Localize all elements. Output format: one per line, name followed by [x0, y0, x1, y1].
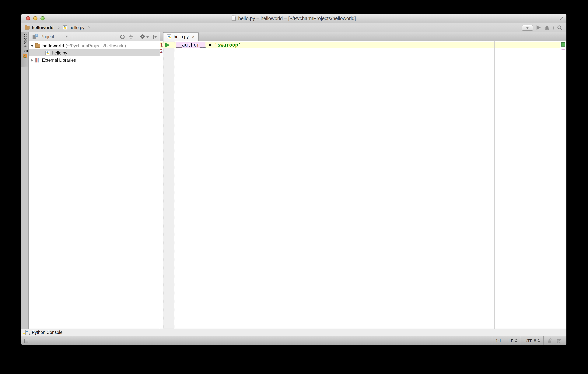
- screen: hello.py – helloworld – [~/PycharmProjec…: [0, 0, 588, 374]
- window-title: hello.py – helloworld – [~/PycharmProjec…: [232, 15, 356, 21]
- caret-position-widget[interactable]: 1:1: [492, 336, 505, 345]
- chevron-right-icon: [56, 26, 59, 29]
- tree-row-project-root[interactable]: helloworld(~/PycharmProjects/helloworld): [29, 42, 160, 49]
- gutter-separator: [163, 41, 163, 329]
- project-toolwindow-icon: [23, 54, 27, 58]
- editor-body[interactable]: 1 2 __author__ = 'swaroop': [160, 41, 567, 329]
- toolbar-separator: [553, 25, 554, 30]
- tree-root-label: helloworld(~/PycharmProjects/helloworld): [42, 43, 126, 48]
- libraries-icon: [35, 58, 40, 63]
- inspection-stripe: [560, 41, 567, 329]
- title-bar[interactable]: hello.py – helloworld – [~/PycharmProjec…: [21, 14, 567, 23]
- code-line-1[interactable]: __author__ = 'swaroop': [176, 42, 241, 48]
- main-area: 1: Project Project: [21, 32, 567, 329]
- hide-panel-button[interactable]: [152, 34, 158, 39]
- folder-icon: [25, 26, 30, 30]
- project-view-icon: [32, 34, 38, 39]
- status-icons: [543, 336, 567, 345]
- line-separator-widget[interactable]: LF: [505, 336, 521, 345]
- python-console-icon: [25, 330, 30, 335]
- debug-button[interactable]: [544, 25, 550, 31]
- run-configuration-select[interactable]: [522, 25, 533, 31]
- breadcrumb-file[interactable]: hello.py: [69, 25, 84, 30]
- chevron-down-icon: [526, 27, 529, 29]
- toolwindow-access-button[interactable]: [24, 339, 28, 343]
- breadcrumb: helloworld hello.py: [25, 25, 91, 30]
- collapse-all-button[interactable]: [128, 34, 134, 39]
- search-everywhere-icon[interactable]: [557, 25, 563, 31]
- locate-file-button[interactable]: [120, 34, 125, 40]
- python-file-icon: [167, 34, 171, 39]
- expander-open-icon[interactable]: [30, 44, 34, 47]
- editor-area: hello.py ✕ 1 2 __author__ = 'swaroop': [160, 32, 567, 329]
- project-view-label: Project: [41, 34, 54, 39]
- editor-tab-label: hello.py: [174, 34, 189, 39]
- tree-row-hello-py[interactable]: hello.py: [29, 49, 160, 56]
- chevron-right-icon: [87, 26, 90, 29]
- lock-open-icon[interactable]: [547, 338, 552, 343]
- line-number: 1: [160, 42, 163, 48]
- editor-tab-hello-py[interactable]: hello.py ✕: [163, 32, 199, 41]
- editor-tab-bar: hello.py ✕: [160, 32, 567, 41]
- hector-inspector-icon[interactable]: [556, 338, 562, 343]
- run-button[interactable]: [536, 25, 541, 30]
- traffic-lights: [26, 16, 45, 21]
- navbar-toolbar: [522, 23, 563, 32]
- updown-arrows-icon: [538, 339, 540, 342]
- right-margin-guide: [494, 41, 494, 329]
- tree-row-external-libraries[interactable]: External Libraries: [29, 56, 160, 64]
- status-widgets: 1:1 LF UTF-8: [492, 336, 567, 345]
- breadcrumb-project[interactable]: helloworld: [32, 25, 53, 30]
- project-toolwindow-tab-label: 1: Project: [22, 34, 27, 52]
- toolbar-separator: [136, 34, 137, 39]
- updown-arrows-icon: [515, 339, 517, 342]
- gutter-fold-strip: [163, 41, 174, 329]
- python-console-button[interactable]: Python Console: [32, 330, 63, 335]
- document-icon: [232, 16, 236, 21]
- project-view-select[interactable]: Project: [32, 32, 72, 41]
- zoom-window-button[interactable]: [41, 16, 45, 21]
- python-file-icon: [63, 25, 67, 30]
- inspection-status-icon[interactable]: [561, 43, 565, 47]
- chevron-down-icon: [146, 36, 149, 38]
- project-toolwindow-tab[interactable]: 1: Project: [21, 32, 28, 67]
- minimize-window-button[interactable]: [33, 16, 37, 21]
- pycharm-window: hello.py – helloworld – [~/PycharmProjec…: [21, 14, 567, 345]
- close-tab-icon[interactable]: ✕: [192, 35, 195, 39]
- navigation-bar: helloworld hello.py: [21, 23, 567, 32]
- tree-file-label: hello.py: [52, 51, 67, 55]
- window-title-text: hello.py – helloworld – [~/PycharmProjec…: [238, 15, 356, 21]
- line-number: 2: [160, 48, 163, 54]
- expander-closed-icon[interactable]: [30, 58, 34, 62]
- project-panel-toolbar: [120, 32, 158, 41]
- settings-gear-button[interactable]: [140, 34, 149, 39]
- gutter-separator: [174, 41, 174, 329]
- python-file-icon: [45, 51, 50, 55]
- code-operator: =: [206, 42, 215, 48]
- tree-libraries-label: External Libraries: [42, 58, 76, 62]
- status-bar: 1:1 LF UTF-8: [21, 336, 567, 345]
- close-window-button[interactable]: [26, 16, 30, 21]
- left-toolwindow-stripe: 1: Project: [21, 32, 29, 329]
- folder-icon: [35, 44, 40, 48]
- encoding-widget[interactable]: UTF-8: [521, 336, 543, 345]
- code-identifier: __author__: [176, 42, 206, 48]
- project-panel-header: Project: [29, 32, 160, 41]
- chevron-down-icon: [65, 36, 68, 37]
- project-panel: Project: [29, 32, 160, 329]
- fullscreen-icon[interactable]: [559, 16, 564, 21]
- bottom-toolwindow-bar: Python Console: [21, 329, 567, 336]
- code-string: 'swaroop': [215, 42, 241, 48]
- run-line-marker-icon[interactable]: [165, 43, 169, 47]
- project-tree: helloworld(~/PycharmProjects/helloworld)…: [29, 41, 160, 329]
- stripe-mark[interactable]: [562, 49, 565, 50]
